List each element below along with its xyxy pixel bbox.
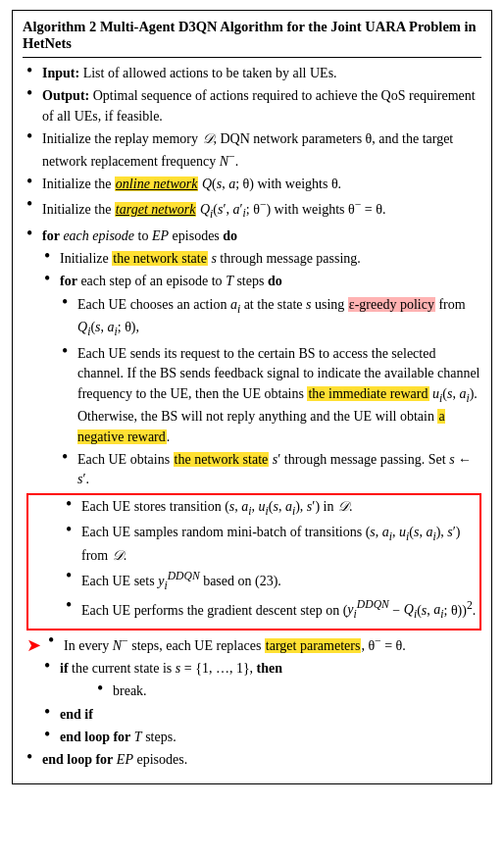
item-end-loop-t: end loop for T steps. [60, 728, 481, 747]
bullet-icon: • [62, 448, 76, 468]
item-init-replay: Initialize the replay memory 𝒟, DQN netw… [42, 129, 481, 172]
item-if-state: if the current state is s = {1, …, 1}, t… [60, 659, 481, 679]
arrow-icon: ➤ [26, 634, 44, 656]
item-obtain-state: Each UE obtains the network state s′ thr… [77, 450, 481, 490]
item-end-if: end if [60, 705, 481, 725]
algorithm-title: Algorithm 2 Multi-Agent D3QN Algorithm f… [23, 19, 481, 58]
bullet-icon: • [26, 62, 40, 81]
item-target-net: Initialize the target network Qi(s′, a′i… [42, 197, 481, 223]
item-break: break. [113, 681, 481, 701]
bullet-icon: • [66, 567, 79, 586]
bullet-icon: • [62, 293, 76, 313]
bullet-icon: • [44, 726, 58, 745]
list-item: • Each UE chooses an action ai at the st… [26, 295, 481, 341]
list-item: • break. [26, 681, 481, 701]
item-reward: Each UE sends its request to the certain… [77, 344, 481, 447]
bullet-icon: • [44, 657, 58, 677]
list-item: • end loop for T steps. [26, 728, 481, 747]
item-gradient-descent: Each UE performs the gradient descent st… [81, 598, 479, 624]
bullet-icon: • [26, 748, 40, 768]
item-store-transition: Each UE stores transition (s, ai, ui(s, … [81, 497, 479, 521]
bullet-icon: • [26, 173, 40, 192]
list-item: • Initialize the replay memory 𝒟, DQN ne… [26, 129, 481, 172]
list-item: • for each episode to EP episodes do [26, 227, 481, 246]
bullet-icon: • [48, 631, 62, 651]
bullet-icon: • [66, 596, 79, 616]
list-item: • Each UE sends its request to the certa… [26, 344, 481, 447]
bullet-icon: • [26, 127, 40, 147]
bullet-icon: • [66, 495, 79, 515]
bullet-icon: • [44, 703, 58, 723]
list-item: • Each UE obtains the network state s′ t… [26, 450, 481, 490]
list-item: • Each UE performs the gradient descent … [30, 598, 479, 624]
item-target-params: • In every N− steps, each UE replaces ta… [48, 633, 481, 656]
list-item: • end if [26, 705, 481, 725]
algorithm-content: • Input: List of allowed actions to be t… [23, 64, 481, 771]
list-item: • for each step of an episode to T steps… [26, 272, 481, 291]
item-end-loop-ep: end loop for EP episodes. [42, 750, 481, 770]
algorithm-box: Algorithm 2 Multi-Agent D3QN Algorithm f… [12, 10, 492, 784]
bullet-icon: • [26, 195, 40, 215]
list-item: • end loop for EP episodes. [26, 750, 481, 770]
item-for-episode: for each episode to EP episodes do [42, 227, 481, 246]
bullet-icon: • [97, 680, 111, 699]
list-item: • Initialize the online network Q(s, a; … [26, 175, 481, 194]
item-output: Output: Optimal sequence of actions requ… [42, 86, 481, 126]
bullet-icon: • [44, 247, 58, 267]
list-item: • if the current state is s = {1, …, 1},… [26, 659, 481, 679]
bullet-icon: • [66, 521, 79, 540]
item-choose-action: Each UE chooses an action ai at the stat… [77, 295, 481, 341]
bullet-icon: • [44, 270, 58, 289]
list-item: • Each UE stores transition (s, ai, ui(s… [30, 497, 479, 521]
bullet-icon: • [26, 225, 40, 244]
item-sample-batch: Each UE samples random mini-batch of tra… [81, 523, 479, 566]
target-params-text: In every N− steps, each UE replaces targ… [64, 633, 406, 656]
bullet-icon: • [26, 84, 40, 104]
list-item: • Initialize the network state s through… [26, 249, 481, 269]
item-for-step: for each step of an episode to T steps d… [60, 272, 481, 291]
red-border-section: • Each UE stores transition (s, ai, ui(s… [26, 493, 481, 630]
list-item: • Output: Optimal sequence of actions re… [26, 86, 481, 126]
item-input: Input: List of allowed actions to be tak… [42, 64, 481, 83]
item-set-y: Each UE sets yiDDQN based on (23). [81, 569, 479, 594]
list-item: • Each UE samples random mini-batch of t… [30, 523, 479, 566]
page: Algorithm 2 Multi-Agent D3QN Algorithm f… [0, 0, 504, 857]
algo-number: Algorithm 2 [23, 19, 96, 34]
bullet-icon: • [62, 342, 76, 362]
item-init-state: Initialize the network state s through m… [60, 249, 481, 269]
list-item: • Initialize the target network Qi(s′, a… [26, 197, 481, 223]
item-online-net: Initialize the online network Q(s, a; θ)… [42, 175, 481, 194]
list-item: • Each UE sets yiDDQN based on (23). [30, 569, 479, 594]
list-item: • Input: List of allowed actions to be t… [26, 64, 481, 83]
arrow-row: ➤ • In every N− steps, each UE replaces … [26, 633, 481, 656]
